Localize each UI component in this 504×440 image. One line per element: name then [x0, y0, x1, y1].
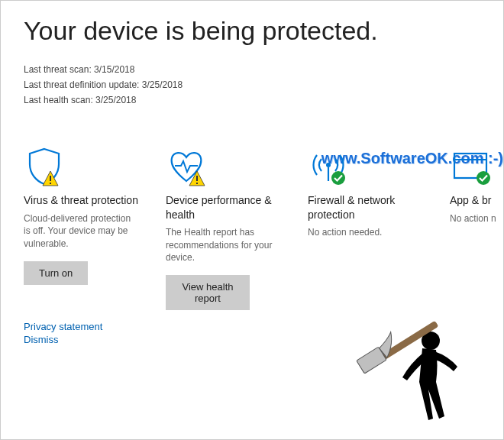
card-app-browser[interactable]: App & br No action n — [450, 146, 504, 310]
card-desc: No action needed. — [308, 226, 424, 239]
page-title: Your device is being protected. — [24, 16, 480, 46]
svg-point-9 — [477, 171, 490, 185]
card-title: Device performance & health — [166, 193, 282, 221]
last-def-update-label: Last threat definition update: — [24, 79, 139, 90]
last-health-scan-label: Last health scan: — [24, 95, 93, 105]
status-block: Last threat scan: 3/15/2018 Last threat … — [24, 63, 480, 108]
dismiss-link[interactable]: Dismiss — [24, 334, 480, 345]
svg-rect-0 — [50, 176, 51, 181]
svg-point-4 — [326, 163, 331, 167]
card-title: App & br — [450, 193, 504, 207]
svg-rect-1 — [50, 183, 51, 184]
card-firewall-network[interactable]: Firewall & network protection No action … — [308, 146, 424, 310]
last-def-update-value: 3/25/2018 — [142, 79, 183, 90]
card-desc: Cloud-delivered protection is off. Your … — [24, 212, 140, 251]
heart-icon — [166, 146, 282, 187]
card-desc: The Health report has recommendations fo… — [166, 226, 282, 264]
card-desc: No action n — [450, 212, 504, 225]
shield-icon — [24, 146, 140, 187]
antenna-icon — [308, 146, 424, 187]
view-health-report-button[interactable]: View health report — [166, 275, 250, 310]
svg-rect-12 — [357, 347, 386, 374]
privacy-statement-link[interactable]: Privacy statement — [24, 321, 480, 332]
svg-point-6 — [331, 171, 345, 185]
svg-rect-2 — [196, 176, 198, 181]
card-virus-threat[interactable]: Virus & threat protection Cloud-delivere… — [24, 146, 140, 310]
svg-rect-3 — [196, 183, 198, 184]
card-title: Firewall & network protection — [308, 193, 424, 221]
card-title: Virus & threat protection — [24, 193, 140, 207]
last-threat-scan-value: 3/15/2018 — [94, 64, 134, 75]
last-threat-scan-label: Last threat scan: — [24, 64, 92, 75]
window-icon — [450, 146, 504, 187]
turn-on-button[interactable]: Turn on — [24, 261, 88, 285]
card-device-performance[interactable]: Device performance & health The Health r… — [166, 146, 282, 310]
last-health-scan-value: 3/25/2018 — [95, 95, 136, 105]
